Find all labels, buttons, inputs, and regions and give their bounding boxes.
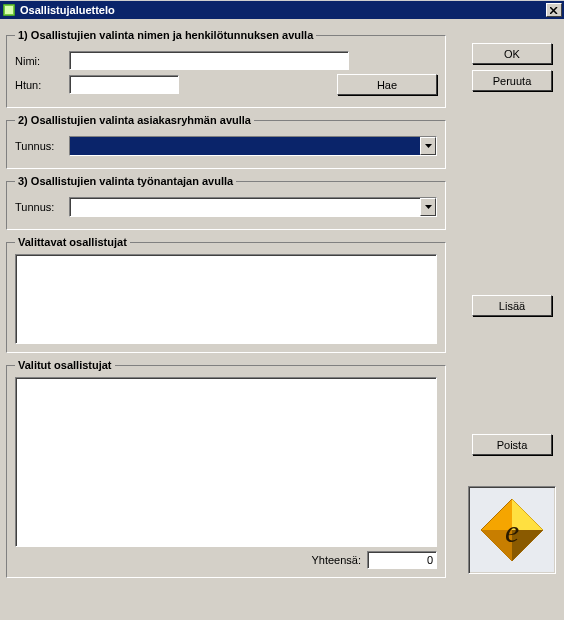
employer-tunnus-combo[interactable] [69,197,437,217]
ok-button[interactable]: OK [472,43,552,64]
close-button[interactable] [546,3,562,17]
left-column: 1) Osallistujien valinta nimen ja henkil… [6,23,446,582]
employer-tunnus-dropdown-button[interactable] [420,198,436,216]
svg-marker-5 [425,205,432,209]
add-button[interactable]: Lisää [472,295,552,316]
group-selectable: Valittavat osallistujat [6,236,446,353]
close-icon [550,7,558,14]
htun-input[interactable] [69,75,179,94]
window: Osallistujaluettelo 1) Osallistujien val… [0,0,564,588]
group-selected: Valitut osallistujat Yhteensä: [6,359,446,578]
client-area: 1) Osallistujien valinta nimen ja henkil… [0,19,564,588]
hae-button[interactable]: Hae [337,74,437,95]
employer-tunnus-value [70,198,420,216]
customer-tunnus-combo[interactable] [69,136,437,156]
group-employer-legend: 3) Osallistujien valinta työnantajan avu… [15,175,236,187]
customer-tunnus-value [70,137,420,155]
group-selected-legend: Valitut osallistujat [15,359,115,371]
selectable-listbox[interactable] [15,254,437,344]
titlebar: Osallistujaluettelo [0,1,564,19]
customer-tunnus-label: Tunnus: [15,140,69,152]
remove-button[interactable]: Poista [472,434,552,455]
htun-label: Htun: [15,79,69,91]
group-employer: 3) Osallistujien valinta työnantajan avu… [6,175,446,230]
group-selectable-legend: Valittavat osallistujat [15,236,130,248]
group-customer: 2) Osallistujien valinta asiakasryhmän a… [6,114,446,169]
svg-marker-4 [425,144,432,148]
selected-listbox[interactable] [15,377,437,547]
employer-tunnus-label: Tunnus: [15,201,69,213]
chevron-down-icon [425,144,432,148]
group-customer-legend: 2) Osallistujien valinta asiakasryhmän a… [15,114,254,126]
svg-rect-1 [5,6,13,14]
cancel-button[interactable]: Peruuta [472,70,552,91]
app-icon [2,3,16,17]
logo-letter: e [505,513,519,549]
total-value [367,551,437,569]
chevron-down-icon [425,205,432,209]
total-label: Yhteensä: [311,554,361,566]
right-column: OK Peruuta Lisää Poista e [446,23,558,582]
window-title: Osallistujaluettelo [20,4,546,16]
logo: e [468,486,556,574]
group-name-ssn: 1) Osallistujien valinta nimen ja henkil… [6,29,446,108]
name-input[interactable] [69,51,349,70]
group-name-ssn-legend: 1) Osallistujien valinta nimen ja henkil… [15,29,316,41]
name-label: Nimi: [15,55,69,67]
customer-tunnus-dropdown-button[interactable] [420,137,436,155]
logo-icon: e [477,495,547,565]
